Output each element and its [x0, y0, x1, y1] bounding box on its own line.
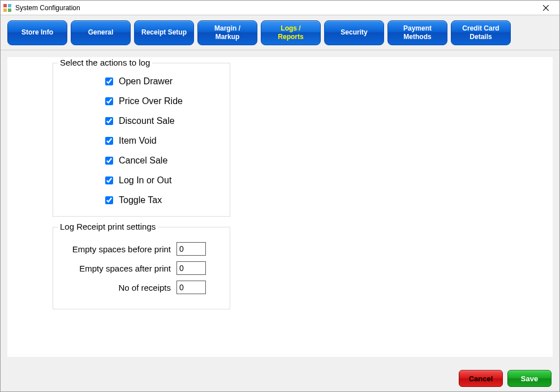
titlebar: System Configuration: [1, 1, 559, 15]
checkbox-item-void[interactable]: [105, 137, 113, 145]
actions-to-log-group: Select the actions to log Open Drawer Pr…: [53, 63, 230, 217]
label-spaces-after: Empty spaces after print: [59, 264, 176, 273]
label-no-receipts: No of receipts: [59, 283, 176, 292]
checkbox-label: Log In or Out: [119, 175, 171, 186]
tab-general[interactable]: General: [71, 20, 131, 45]
checkbox-label: Discount Sale: [119, 116, 175, 126]
button-label: Cancel: [469, 374, 493, 383]
tab-margin-markup[interactable]: Margin / Markup: [197, 20, 257, 45]
tab-label: Receipt Setup: [141, 28, 187, 36]
checkbox-price-override[interactable]: [105, 97, 113, 105]
tab-store-info[interactable]: Store Info: [7, 20, 67, 45]
svg-rect-3: [8, 8, 11, 12]
button-label: Save: [521, 374, 538, 383]
input-spaces-before[interactable]: [176, 242, 206, 256]
checkbox-discount-sale-row: Discount Sale: [103, 115, 223, 127]
tab-receipt-setup[interactable]: Receipt Setup: [134, 20, 194, 45]
footer-buttons: Cancel Save: [459, 370, 552, 387]
window-title: System Configuration: [15, 4, 535, 12]
row-no-receipts: No of receipts: [59, 281, 224, 294]
tab-security[interactable]: Security: [324, 20, 384, 45]
svg-rect-1: [8, 4, 11, 7]
checkbox-price-override-row: Price Over Ride: [103, 96, 223, 107]
cancel-button[interactable]: Cancel: [459, 370, 503, 387]
save-button[interactable]: Save: [507, 370, 552, 387]
checkbox-label: Toggle Tax: [119, 195, 162, 205]
log-receipt-print-group: Log Receipt print settings Empty spaces …: [53, 227, 230, 309]
checkbox-discount-sale[interactable]: [105, 117, 113, 125]
input-spaces-after[interactable]: [176, 261, 206, 275]
content-area: Select the actions to log Open Drawer Pr…: [1, 50, 559, 391]
tab-label: Logs / Reports: [278, 24, 303, 41]
row-spaces-after: Empty spaces after print: [59, 261, 224, 275]
tab-label: General: [88, 28, 114, 36]
tab-bar: Store Info General Receipt Setup Margin …: [1, 15, 559, 50]
checkbox-label: Price Over Ride: [119, 96, 183, 106]
svg-rect-0: [3, 4, 7, 7]
checkbox-log-in-out[interactable]: [105, 176, 113, 184]
checkbox-toggle-tax[interactable]: [105, 196, 113, 204]
checkbox-toggle-tax-row: Toggle Tax: [103, 195, 223, 206]
checkbox-open-drawer[interactable]: [105, 77, 113, 85]
tab-label: Credit Card Details: [462, 24, 499, 41]
checkbox-label: Item Void: [119, 136, 157, 146]
close-button[interactable]: [535, 1, 557, 15]
system-configuration-window: System Configuration Store Info General …: [0, 0, 560, 392]
checkbox-label: Cancel Sale: [119, 156, 167, 166]
label-spaces-before: Empty spaces before print: [59, 244, 176, 254]
content-panel: Select the actions to log Open Drawer Pr…: [7, 57, 553, 357]
checkbox-log-in-out-row: Log In or Out: [103, 175, 223, 186]
checkbox-item-void-row: Item Void: [103, 135, 223, 147]
checkbox-cancel-sale[interactable]: [105, 157, 113, 165]
tab-label: Margin / Markup: [214, 24, 240, 41]
input-no-receipts[interactable]: [176, 281, 206, 294]
svg-rect-2: [3, 8, 7, 12]
app-icon: [3, 3, 12, 12]
tab-logs-reports[interactable]: Logs / Reports: [261, 20, 321, 45]
tab-label: Store Info: [21, 28, 53, 36]
tab-label: Security: [341, 28, 367, 36]
tab-credit-card-details[interactable]: Credit Card Details: [451, 20, 511, 45]
row-spaces-before: Empty spaces before print: [59, 242, 224, 256]
checkbox-open-drawer-row: Open Drawer: [103, 76, 223, 87]
print-group-legend: Log Receipt print settings: [58, 222, 158, 231]
checkbox-cancel-sale-row: Cancel Sale: [103, 155, 223, 166]
tab-payment-methods[interactable]: Payment Methods: [387, 20, 447, 45]
tab-label: Payment Methods: [403, 24, 432, 41]
actions-group-legend: Select the actions to log: [58, 58, 152, 67]
checkbox-label: Open Drawer: [119, 76, 173, 87]
